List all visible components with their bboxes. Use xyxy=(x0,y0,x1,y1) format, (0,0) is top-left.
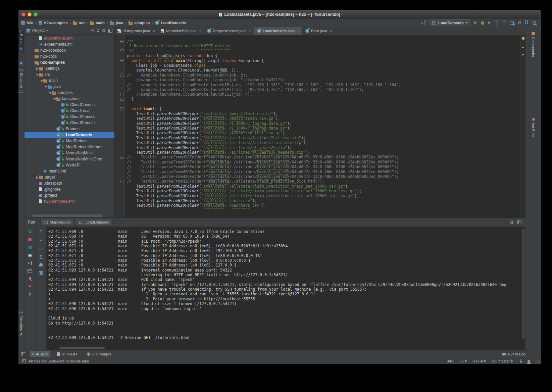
console-vscrollbar[interactable] xyxy=(522,229,525,339)
tree-row[interactable]: .classpath xyxy=(24,180,114,186)
search-button[interactable] xyxy=(533,21,536,25)
close-tab-icon[interactable]: × xyxy=(330,29,332,33)
resize-grip[interactable] xyxy=(536,359,540,363)
fold-end-icon[interactable] xyxy=(120,49,123,52)
tree-row[interactable]: CloudProcess xyxy=(24,114,114,120)
fold-end-icon[interactable] xyxy=(120,93,123,96)
tree-row[interactable]: java xyxy=(24,84,114,90)
fold-collapse-icon[interactable] xyxy=(120,40,123,43)
project-view-dropdown-icon[interactable] xyxy=(47,30,49,31)
editor-tab[interactable]: Histograms.java× xyxy=(115,27,158,35)
console-output[interactable]: 02:41:51.069 :0 main Java version: Java … xyxy=(47,227,521,346)
tree-row[interactable]: samples xyxy=(24,90,114,96)
encoding-selector[interactable]: UTF-8 xyxy=(472,359,486,363)
tree-row[interactable]: MapReduce xyxy=(24,138,114,144)
project-hscrollbar[interactable] xyxy=(32,214,102,217)
chevron-right-icon[interactable] xyxy=(36,67,38,70)
clear-button[interactable] xyxy=(40,272,43,275)
close-tab-icon[interactable]: × xyxy=(297,29,299,33)
dock-button[interactable] xyxy=(517,220,521,224)
close-tab-icon[interactable]: × xyxy=(153,29,155,33)
fold-collapse-icon[interactable] xyxy=(120,59,123,62)
run-button[interactable] xyxy=(474,21,477,24)
chevron-down-icon[interactable] xyxy=(40,80,43,82)
console-hscrollbar[interactable] xyxy=(59,347,105,349)
tree-row[interactable]: h2o-cookbook xyxy=(24,47,114,53)
vcs-push-button[interactable]: VCS↑ xyxy=(502,20,506,26)
toolwindow-button-commander[interactable]: Commander xyxy=(525,31,541,58)
tree-row[interactable]: Frames xyxy=(24,126,114,132)
fold-end-icon[interactable] xyxy=(120,180,123,183)
tree-row[interactable]: .project xyxy=(24,192,114,198)
vcs-branch-selector[interactable]: Git: master xyxy=(492,359,513,363)
tree-row[interactable]: src xyxy=(24,71,114,78)
fold-collapse-icon[interactable] xyxy=(120,107,123,110)
editor-tab[interactable]: RequestServer.java× xyxy=(204,27,254,35)
crosshair-button[interactable] xyxy=(91,29,94,32)
toolwindow-button-ant-build[interactable]: Ant Build xyxy=(525,117,541,138)
toolwindow-tab-run[interactable]: 4: Run xyxy=(30,351,50,357)
run-configuration-selector[interactable]: LoadDatasets xyxy=(430,19,470,26)
scroll-end-button[interactable] xyxy=(40,255,43,259)
warning-tick[interactable] xyxy=(522,54,524,55)
thread-dump-button[interactable] xyxy=(28,254,32,257)
tree-row[interactable]: MapReduceKMeans xyxy=(24,144,114,150)
toolwindow-tab-todo[interactable]: 6: TODO xyxy=(55,351,80,357)
toolwindow-tab-changes[interactable]: 9: Changes xyxy=(84,351,114,357)
tree-row[interactable]: main xyxy=(24,78,114,84)
error-stripe[interactable] xyxy=(520,35,525,217)
sort-by-usage-icon[interactable]: ↓011001 xyxy=(420,20,426,26)
tree-row[interactable]: CloudRemote xyxy=(24,120,114,126)
tree-row[interactable]: h2o-samples.eml xyxy=(24,198,114,204)
tree-row[interactable]: NeuralNetMnistDrec xyxy=(24,156,114,162)
pin-button[interactable] xyxy=(29,277,31,280)
toolwindow-button-module[interactable] xyxy=(18,60,24,66)
help-button[interactable]: ? xyxy=(29,293,31,297)
toolwindow-toggle-icon[interactable] xyxy=(22,359,26,363)
inspection-status-marker[interactable] xyxy=(522,37,524,40)
code-lines[interactable]: /** * Runs a neural network on the MNIST… xyxy=(125,35,403,217)
rerun-button[interactable]: ↻ xyxy=(28,229,32,234)
tree-row[interactable]: main3.iml xyxy=(24,168,114,174)
breadcrumb-item[interactable]: h2o xyxy=(21,21,33,25)
breadcrumb-item[interactable]: main xyxy=(90,21,105,25)
vcs-update-button[interactable]: VCS↓ xyxy=(495,20,499,26)
console-settings-button[interactable] xyxy=(28,269,32,273)
caret-position[interactable]: 34:1 xyxy=(447,359,454,363)
close-button[interactable]: × xyxy=(28,284,32,288)
tree-row[interactable]: experiments.iml xyxy=(24,41,114,47)
close-tab-icon[interactable]: × xyxy=(249,29,251,33)
exit-button[interactable] xyxy=(28,261,32,265)
run-console-tab[interactable]: LoadDatasets xyxy=(76,219,112,226)
breadcrumb-item[interactable]: h2o-samples xyxy=(39,21,67,25)
toolwindow-anchor-icon[interactable] xyxy=(21,352,25,356)
toolwindow-button-7-structure[interactable]: 7: Structure xyxy=(18,68,24,95)
chevron-down-icon[interactable] xyxy=(53,98,56,100)
down-stack-button[interactable]: ↓ xyxy=(39,238,43,242)
breadcrumb-item[interactable]: samples xyxy=(129,21,150,25)
chevron-down-icon[interactable] xyxy=(45,86,47,88)
fold-collapse-icon[interactable] xyxy=(120,156,123,159)
debug-button[interactable] xyxy=(481,21,484,25)
breadcrumb-item[interactable]: LoadDatasets xyxy=(155,21,186,25)
editor-gutter[interactable] xyxy=(115,35,125,217)
line-separator-selector[interactable]: LF xyxy=(459,359,467,363)
chevron-down-icon[interactable] xyxy=(49,92,52,94)
tree-row[interactable]: CloudConnect xyxy=(24,102,114,108)
tree-row[interactable]: .gitignore xyxy=(24,186,114,192)
soft-wrap-button[interactable]: ↩ xyxy=(39,247,43,251)
breadcrumb-item[interactable]: java xyxy=(110,21,123,25)
tree-row[interactable]: h2o-samples xyxy=(24,59,114,65)
editor-tab[interactable]: Boot.java× xyxy=(303,27,335,35)
tree-row[interactable]: .settings xyxy=(24,65,114,71)
print-button[interactable] xyxy=(39,264,43,266)
tree-row[interactable]: LoadDatasets xyxy=(24,132,114,138)
collapse-all-button[interactable] xyxy=(97,29,99,32)
fold-end-icon[interactable] xyxy=(120,98,123,101)
tree-row[interactable]: experiments.eml xyxy=(24,35,114,41)
code-viewport[interactable]: /** * Runs a neural network on the MNIST… xyxy=(115,35,521,217)
stop-button[interactable] xyxy=(28,238,32,241)
close-tab-icon[interactable]: × xyxy=(199,29,201,33)
breadcrumb-item[interactable]: src xyxy=(73,21,85,25)
up-stack-button[interactable]: ↑ xyxy=(39,229,43,234)
